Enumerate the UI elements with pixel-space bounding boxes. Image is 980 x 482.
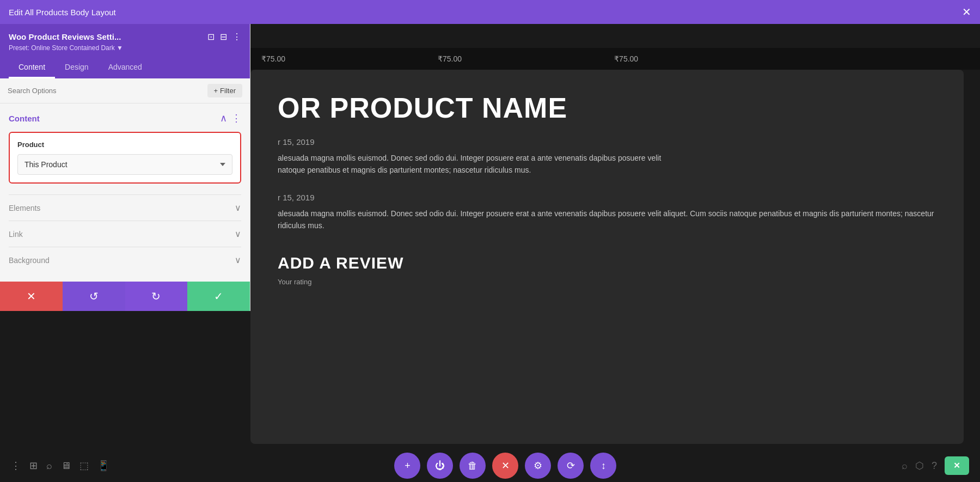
section-header-icons: ∧ ⋮ [220, 112, 241, 124]
toolbar-help-icon[interactable]: ? [932, 460, 937, 472]
elements-chevron-icon: ∨ [235, 203, 241, 213]
background-label: Background [9, 256, 50, 265]
title-bar: Edit All Products Body Layout ✕ [0, 0, 980, 24]
redo-icon: ↻ [151, 290, 161, 303]
background-chevron-icon: ∨ [235, 255, 241, 265]
toolbar-close-button[interactable]: ✕ [492, 453, 518, 479]
toolbar-desktop-icon[interactable]: 🖥 [61, 460, 71, 472]
elements-label: Elements [9, 204, 40, 212]
content-panel: OR PRODUCT NAME r 15, 2019 alesuada magn… [250, 70, 964, 444]
title-bar-title: Edit All Products Body Layout [9, 8, 116, 17]
content-section-header: Content ∧ ⋮ [9, 112, 241, 124]
action-bar: ✕ ↺ ↻ ✓ [0, 282, 250, 311]
elements-section-header[interactable]: Elements ∨ [9, 203, 241, 213]
search-input[interactable] [8, 87, 203, 95]
search-filter-row: + Filter [0, 78, 250, 103]
toolbar-right: ⌕ ⬡ ? ✕ [902, 456, 969, 475]
bottom-toolbar: ⋮ ⊞ ⌕ 🖥 ⬚ 📱 + ⏻ 🗑 ✕ ⚙ ⟳ ↕ ⌕ ⬡ ? ✕ [0, 449, 980, 482]
filter-button[interactable]: + Filter [207, 84, 242, 97]
save-icon: ✓ [214, 290, 223, 303]
content-more-icon[interactable]: ⋮ [231, 112, 241, 124]
toolbar-delete-button[interactable]: 🗑 [460, 453, 486, 479]
panel-layout-icon[interactable]: ⊟ [220, 32, 227, 42]
panel-viewport-icon[interactable]: ⊡ [207, 32, 215, 42]
price-item-3: ₹75.00 [614, 54, 638, 63]
toolbar-left: ⋮ ⊞ ⌕ 🖥 ⬚ 📱 [11, 460, 109, 472]
toolbar-center: + ⏻ 🗑 ✕ ⚙ ⟳ ↕ [394, 453, 616, 479]
cancel-button[interactable]: ✕ [0, 282, 63, 311]
panel-body: Content ∧ ⋮ Product This Product Custom … [0, 103, 250, 282]
link-section: Link ∨ [9, 221, 241, 247]
review-block-2: r 15, 2019 alesuada magna mollis euismod… [278, 193, 936, 232]
link-label: Link [9, 230, 23, 239]
panel-header: Woo Product Reviews Setti... ⊡ ⊟ ⋮ Prese… [0, 24, 250, 57]
product-select-container: Product This Product Custom Product [9, 132, 241, 184]
toolbar-mobile-icon[interactable]: 📱 [97, 460, 109, 472]
save-button[interactable]: ✓ [187, 282, 250, 311]
review-date-1: r 15, 2019 [278, 137, 936, 147]
title-bar-close-button[interactable]: ✕ [962, 7, 971, 17]
select-label: Product [17, 141, 232, 149]
add-review-heading: ADD A REVIEW [278, 254, 936, 272]
product-select-dropdown[interactable]: This Product Custom Product [17, 154, 232, 175]
link-section-header[interactable]: Link ∨ [9, 229, 241, 239]
review-text-1: alesuada magna mollis euismod. Donec sed… [278, 152, 936, 176]
price-row: ₹75.00 ₹75.00 ₹75.00 [250, 48, 980, 70]
undo-icon: ↺ [89, 290, 99, 303]
panel-more-icon[interactable]: ⋮ [232, 32, 241, 42]
tab-advanced[interactable]: Advanced [99, 57, 152, 78]
price-item-2: ₹75.00 [438, 54, 462, 63]
review-block-1: r 15, 2019 alesuada magna mollis euismod… [278, 137, 936, 176]
toolbar-tablet-icon[interactable]: ⬚ [79, 460, 89, 472]
your-rating-label: Your rating [278, 278, 936, 286]
panel-title: Woo Product Reviews Setti... [9, 32, 207, 41]
toolbar-search-right-icon[interactable]: ⌕ [902, 460, 908, 472]
toolbar-layers-icon[interactable]: ⬡ [915, 460, 924, 472]
panel-preset: Preset: Online Store Contained Dark ▼ [9, 44, 241, 52]
background-section-header[interactable]: Background ∨ [9, 255, 241, 265]
panel-preset-arrow[interactable]: ▼ [117, 44, 123, 52]
sidebar-panel: Woo Product Reviews Setti... ⊡ ⊟ ⋮ Prese… [0, 24, 250, 311]
product-name-heading: OR PRODUCT NAME [278, 91, 936, 124]
panel-preset-text: Preset: Online Store Contained Dark [9, 44, 117, 52]
exit-button[interactable]: ✕ [945, 456, 969, 475]
cancel-icon: ✕ [27, 290, 36, 303]
review-date-2: r 15, 2019 [278, 193, 936, 202]
undo-button[interactable]: ↺ [63, 282, 125, 311]
toolbar-settings-button[interactable]: ⚙ [525, 453, 551, 479]
toolbar-add-button[interactable]: + [394, 453, 420, 479]
background-section: Background ∨ [9, 247, 241, 273]
tab-design[interactable]: Design [55, 57, 99, 78]
panel-tabs: Content Design Advanced [0, 57, 250, 78]
toolbar-power-button[interactable]: ⏻ [427, 453, 453, 479]
toolbar-grid-icon[interactable]: ⊞ [29, 460, 38, 472]
filter-label: Filter [220, 87, 236, 95]
link-chevron-icon: ∨ [235, 229, 241, 239]
panel-title-icons: ⊡ ⊟ ⋮ [207, 32, 241, 42]
toolbar-menu-icon[interactable]: ⋮ [11, 460, 21, 472]
redo-button[interactable]: ↻ [125, 282, 188, 311]
toolbar-history-button[interactable]: ⟳ [558, 453, 584, 479]
elements-section: Elements ∨ [9, 194, 241, 221]
add-review-section: ADD A REVIEW Your rating [278, 254, 936, 286]
filter-plus-icon: + [214, 87, 218, 95]
content-section-title: Content [9, 114, 40, 123]
content-collapse-icon[interactable]: ∧ [220, 112, 227, 124]
panel-title-row: Woo Product Reviews Setti... ⊡ ⊟ ⋮ [9, 32, 241, 42]
toolbar-adjust-button[interactable]: ↕ [590, 453, 616, 479]
toolbar-search-icon[interactable]: ⌕ [46, 460, 52, 472]
review-text-2: alesuada magna mollis euismod. Donec sed… [278, 208, 936, 232]
price-item-1: ₹75.00 [261, 54, 285, 63]
tab-content[interactable]: Content [9, 57, 55, 78]
